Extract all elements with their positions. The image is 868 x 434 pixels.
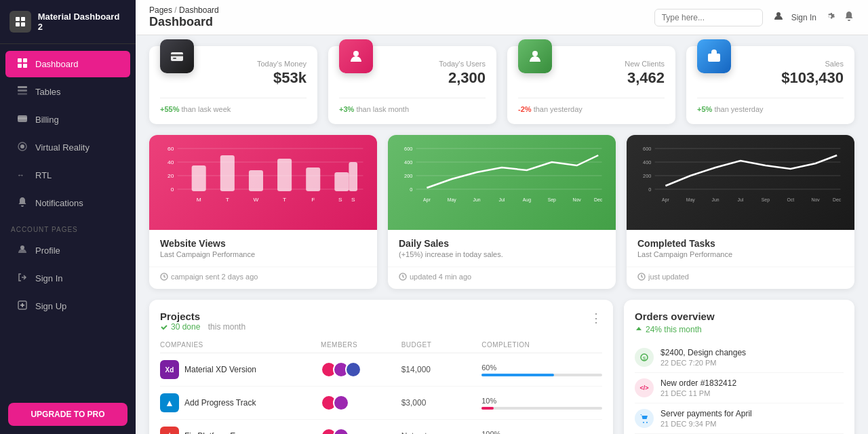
signup-icon [16, 300, 28, 313]
svg-rect-10 [18, 93, 27, 95]
svg-rect-6 [18, 64, 22, 68]
company-logo: ✦ [160, 427, 179, 434]
svg-text:Sep: Sep [762, 197, 770, 203]
signin-link[interactable]: Sign In [791, 13, 816, 22]
svg-rect-3 [21, 22, 25, 26]
progress-bar-bg [481, 407, 602, 410]
chart-area-line-green: 600 400 200 0 Apr May Jun Jul Aug Sep No… [388, 135, 616, 230]
svg-text:400: 400 [643, 160, 651, 165]
sidebar-nav: Dashboard Tables Billing [0, 44, 136, 395]
upgrade-button[interactable]: UPGRADE TO PRO [8, 403, 127, 426]
stat-footer: +3% than lask month [339, 98, 486, 113]
stat-icon-clients [518, 39, 552, 73]
settings-icon[interactable] [825, 11, 835, 24]
order-date: 22 DEC 7:20 PM [660, 359, 844, 367]
svg-rect-41 [349, 162, 357, 191]
sidebar-item-label: Billing [35, 115, 59, 125]
avatar-group [321, 428, 401, 434]
stat-footer: +55% than lask week [160, 98, 307, 113]
company-cell: ✦ Fix Platform Errors [160, 427, 321, 434]
svg-rect-37 [249, 170, 263, 191]
svg-text:Jun: Jun [712, 197, 719, 202]
sidebar-logo-text: Material Dashboard 2 [38, 12, 126, 32]
company-logo: ▲ [160, 393, 179, 412]
chart-completed-tasks: 600 400 200 0 Apr May Jun Jul Sep Oct No… [627, 135, 854, 289]
stat-icon-users [339, 39, 373, 73]
projects-header-left: Projects 30 done this month [160, 311, 245, 332]
order-icon-cart [635, 409, 654, 428]
sidebar-item-signin[interactable]: Sign In [5, 265, 130, 292]
table-row: Xd Material XD Version $14,000 60% [160, 353, 602, 387]
sidebar-logo: Material Dashboard 2 [0, 0, 136, 44]
company-cell: Xd Material XD Version [160, 360, 321, 379]
vr-icon [16, 141, 28, 154]
notifications-icon [16, 197, 28, 210]
sidebar-item-profile[interactable]: Profile [5, 237, 130, 264]
order-name: New order #1832412 [660, 378, 844, 388]
stat-card-clients: New Clients 3,462 -2% than yesterday [507, 46, 675, 124]
svg-rect-36 [220, 155, 235, 191]
svg-text:Nov: Nov [812, 197, 821, 202]
profile-icon [16, 244, 28, 257]
stat-card-users: Today's Users 2,300 +3% than lask month [328, 46, 496, 124]
sidebar-item-label: Virtual Reality [35, 142, 90, 153]
svg-rect-23 [173, 58, 176, 59]
chart-subtitle: Last Campaign Performance [637, 250, 844, 258]
svg-text:↔: ↔ [17, 171, 24, 179]
svg-text:Apr: Apr [662, 197, 669, 203]
order-name: Server payments for April [660, 409, 844, 418]
chart-daily-sales: 600 400 200 0 Apr May Jun Jul Aug Sep No… [388, 135, 616, 289]
svg-text:T: T [283, 197, 286, 203]
order-text: Server payments for April 21 DEC 9:34 PM [660, 409, 844, 428]
sidebar-item-tables[interactable]: Tables [5, 79, 130, 105]
sidebar-item-notifications[interactable]: Notifications [5, 190, 130, 216]
svg-text:0: 0 [648, 187, 651, 193]
projects-menu-icon[interactable]: ⋮ [590, 311, 602, 326]
projects-card: Projects 30 done this month ⋮ COMPANIES … [149, 300, 613, 434]
sidebar-item-rtl[interactable]: ↔ RTL [5, 162, 130, 189]
avatar [333, 395, 349, 411]
svg-text:200: 200 [404, 174, 412, 179]
sidebar-item-vr[interactable]: Virtual Reality [5, 134, 130, 161]
avatar [333, 428, 349, 434]
billing-icon [16, 113, 28, 126]
svg-text:200: 200 [643, 174, 651, 179]
clock-icon [637, 273, 646, 281]
chart-title: Website Views [160, 238, 366, 249]
progress-bar-bg [481, 374, 602, 376]
svg-rect-5 [23, 58, 27, 62]
sidebar-item-dashboard[interactable]: Dashboard [5, 51, 130, 77]
svg-text:S: S [351, 197, 355, 203]
order-date: 21 DEC 9:34 PM [660, 420, 844, 428]
line-chart-dark-svg: 600 400 200 0 Apr May Jun Jul Sep Oct No… [633, 142, 848, 216]
notifications-bell-icon[interactable] [844, 11, 854, 24]
topbar-right: Sign In [654, 9, 854, 26]
svg-point-24 [353, 51, 359, 56]
sidebar-item-label: Notifications [35, 198, 83, 208]
svg-rect-9 [18, 90, 27, 92]
clock-icon [160, 273, 168, 281]
sidebar-item-billing[interactable]: Billing [5, 106, 130, 133]
svg-text:Sep: Sep [548, 197, 556, 203]
search-input[interactable] [654, 9, 763, 26]
sidebar-item-signup[interactable]: Sign Up [5, 293, 130, 319]
company-cell: ▲ Add Progress Track [160, 393, 321, 412]
content-area: Today's Money $53k +55% than lask week T… [136, 35, 868, 434]
budget-cell: $14,000 [401, 365, 482, 374]
sidebar-item-label: Profile [35, 245, 60, 256]
orders-card: Orders overview 24% this month $ $2400, … [624, 300, 854, 434]
sidebar-item-label: Sign In [35, 273, 62, 283]
progress-bar-fill [481, 374, 554, 376]
chart-website-views: 60 40 20 0 M T [149, 135, 377, 289]
svg-text:$: $ [643, 355, 646, 361]
svg-text:Jul: Jul [738, 197, 744, 202]
svg-rect-4 [18, 58, 22, 62]
svg-text:Nov: Nov [573, 197, 582, 202]
order-item: $ $2400, Design changes 22 DEC 7:20 PM [635, 342, 844, 373]
order-icon-code: </> [635, 378, 654, 397]
arrow-up-icon [635, 326, 643, 334]
chart-info: Completed Tasks Last Campaign Performanc… [627, 230, 854, 267]
orders-growth: 24% this month [635, 325, 844, 334]
main-content: Pages / Dashboard Dashboard Sign In [136, 0, 868, 434]
svg-rect-1 [21, 17, 25, 21]
